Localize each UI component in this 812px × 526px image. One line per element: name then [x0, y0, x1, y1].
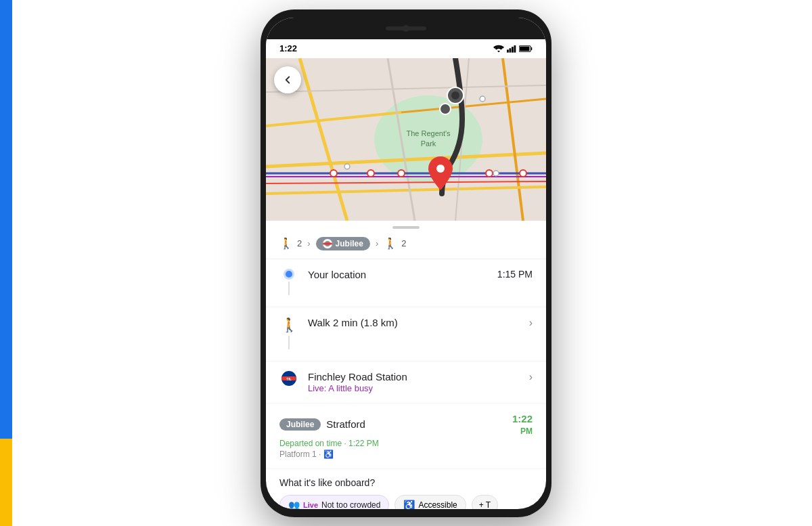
onboard-tags: 👥 Live Not too crowded ♿ Accessible + T [279, 495, 533, 509]
svg-text:TfL: TfL [286, 376, 292, 380]
more-tag[interactable]: + T [472, 495, 498, 509]
train-info-row: Jubilee Stratford 1:22 PM Departed on ti… [266, 403, 546, 469]
train-departed: Departed on time · 1:22 PM [279, 439, 533, 448]
svg-text:Park: Park [421, 139, 436, 148]
svg-rect-0 [507, 49, 509, 52]
onboard-question: What it's like onboard? [279, 477, 533, 488]
location-dot [284, 269, 294, 280]
walk-count-2: 2 [401, 238, 406, 248]
walk-count-1: 2 [297, 238, 302, 248]
tfl-roundel-icon: TfL [281, 371, 296, 386]
drag-handle[interactable] [392, 226, 420, 229]
train-line-badge: Jubilee [279, 418, 321, 431]
train-header: Jubilee Stratford 1:22 PM [279, 413, 533, 436]
step-station[interactable]: TfL Finchley Road Station › Live: A litt… [266, 361, 546, 403]
svg-point-27 [436, 165, 445, 173]
svg-text:The Regent's: The Regent's [406, 129, 451, 137]
svg-point-31 [486, 170, 493, 177]
train-destination: Stratford [326, 418, 365, 430]
step-walk[interactable]: 🚶 Walk 2 min (1.8 km) › [266, 307, 546, 361]
wifi-icon [493, 45, 504, 53]
dot-line-1 [288, 282, 290, 295]
station-icon-col: TfL [279, 371, 298, 386]
arrow-2: › [376, 238, 378, 248]
dot-line-2 [288, 336, 290, 349]
accessible-label: Accessible [418, 500, 457, 509]
accessible-icon: ♿ [403, 500, 415, 509]
train-time-unit: PM [520, 426, 533, 436]
bottom-sheet: 🚶 2 › Jubilee › 🚶 2 [266, 226, 546, 509]
svg-point-29 [367, 170, 374, 177]
train-time: 1:22 PM [512, 413, 533, 436]
notch [266, 18, 546, 39]
phone-frame: 1:22 [261, 9, 551, 517]
station-content: Finchley Road Station › Live: A little b… [308, 371, 533, 393]
live-status: Live: A little busy [308, 383, 533, 393]
location-icon-col [279, 269, 298, 297]
svg-rect-6 [520, 46, 529, 50]
svg-rect-3 [514, 45, 516, 53]
route-summary: 🚶 2 › Jubilee › 🚶 2 [266, 232, 546, 259]
map-svg: The Regent's Park [266, 58, 546, 221]
status-time: 1:22 [279, 43, 297, 53]
crowd-people-icon: 👥 [288, 500, 300, 509]
svg-point-30 [398, 170, 405, 177]
station-title: Finchley Road Station [308, 371, 407, 382]
walk-icon-col: 🚶 [279, 317, 298, 351]
svg-rect-1 [510, 48, 512, 52]
back-button[interactable] [274, 66, 301, 93]
svg-rect-5 [531, 47, 532, 49]
location-time: 1:15 PM [497, 269, 533, 280]
plus-icon: + [479, 500, 484, 509]
svg-point-35 [493, 171, 499, 176]
walk-content: Walk 2 min (1.8 km) › [308, 317, 533, 329]
svg-point-25 [440, 104, 451, 114]
step-location: Your location 1:15 PM [266, 259, 546, 307]
accessible-tag[interactable]: ♿ Accessible [394, 495, 466, 509]
more-label: T [486, 500, 491, 509]
station-chevron: › [524, 371, 533, 383]
walk-icon-1: 🚶 [279, 237, 293, 250]
crowd-tag[interactable]: 👥 Live Not too crowded [279, 495, 389, 509]
svg-point-24 [451, 91, 459, 100]
onboard-section: What it's like onboard? 👥 Live Not too c… [266, 469, 546, 509]
walk-chevron: › [524, 317, 533, 329]
camera-notch [403, 25, 409, 32]
left-color-bar [0, 0, 12, 526]
location-content: Your location 1:15 PM [308, 269, 533, 280]
jubilee-label: Jubilee [336, 239, 363, 248]
svg-point-32 [520, 170, 526, 177]
arrow-1: › [307, 238, 310, 248]
train-platform: Platform 1 · ♿ [279, 450, 533, 459]
location-title: Your location [308, 269, 366, 280]
blue-bar [0, 0, 12, 439]
crowd-text: Not too crowded [321, 500, 380, 509]
battery-icon [519, 45, 533, 53]
svg-point-33 [344, 164, 350, 169]
status-icons [493, 45, 533, 53]
signal-icon [507, 45, 516, 53]
map-area: The Regent's Park [266, 58, 546, 221]
yellow-bar [0, 439, 12, 527]
train-time-value: 1:22 [512, 413, 533, 424]
status-bar: 1:22 [266, 39, 546, 58]
crowd-live-label: Live [303, 501, 318, 509]
walk-icon-2: 🚶 [384, 237, 397, 250]
walk-person-icon: 🚶 [281, 317, 298, 333]
svg-rect-38 [323, 242, 332, 244]
svg-rect-2 [512, 47, 514, 52]
svg-point-28 [330, 170, 337, 177]
svg-point-34 [480, 96, 485, 102]
walk-title: Walk 2 min (1.8 km) [308, 317, 398, 328]
phone-screen: 1:22 [266, 18, 546, 509]
jubilee-badge[interactable]: Jubilee [316, 237, 370, 250]
